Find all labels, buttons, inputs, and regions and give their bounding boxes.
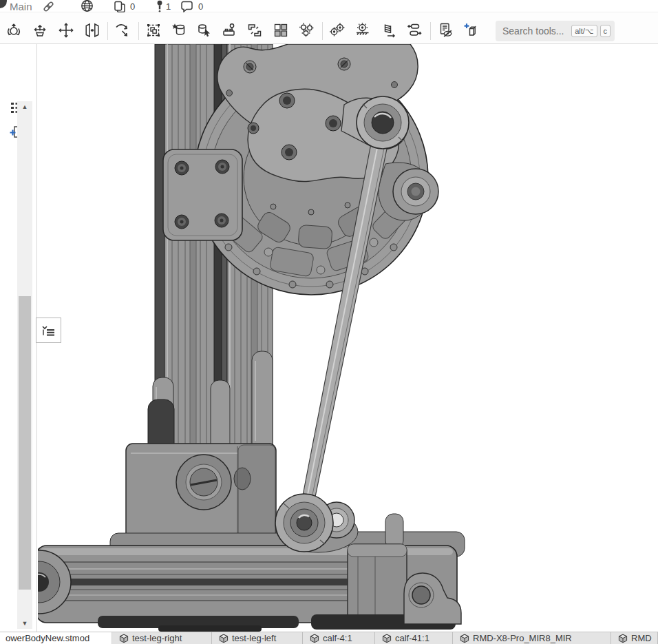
box-select-icon[interactable] <box>141 19 166 42</box>
select-instance-icon[interactable] <box>192 19 217 42</box>
link-icon[interactable] <box>43 0 54 12</box>
group-icon[interactable] <box>242 19 267 42</box>
rotate-instance-icon[interactable] <box>1 19 26 42</box>
document-tab-bar: owerBodyNew.stmod test-leg-right test-le… <box>0 632 658 644</box>
viewport-canvas[interactable] <box>38 44 658 632</box>
toolbar-divider <box>107 22 108 40</box>
instance-tree-flyout-button[interactable] <box>36 318 61 343</box>
versions-icon[interactable] <box>114 0 126 12</box>
hide-mate-features-icon[interactable] <box>434 19 458 42</box>
document-header: Main 0 1 0 <box>0 0 658 12</box>
translate-instance-icon[interactable] <box>28 19 52 42</box>
mate-icon[interactable] <box>217 19 242 42</box>
app-window: Main 0 1 0 <box>0 0 658 644</box>
shortcut-key-c: c <box>600 25 611 37</box>
part-cube-icon <box>310 634 319 643</box>
scroll-down-icon[interactable]: ▼ <box>17 618 32 629</box>
search-tools-box: alt/⌥ c <box>496 21 615 41</box>
part-cube-icon <box>460 634 469 643</box>
comments-count: 0 <box>198 0 203 12</box>
pin-count: 1 <box>166 0 171 12</box>
comments-icon[interactable] <box>180 0 193 12</box>
create-part-studio-in-context-icon[interactable] <box>459 19 484 42</box>
part-cube-icon <box>219 634 229 643</box>
search-tools-input[interactable] <box>502 25 569 37</box>
part-cube-icon <box>382 634 392 643</box>
idler-bearing[interactable] <box>379 163 438 220</box>
share-globe-icon[interactable] <box>81 0 94 12</box>
rack-and-pinion-relation-icon[interactable] <box>350 19 375 42</box>
insert-icon[interactable] <box>167 19 191 42</box>
replicate-icon[interactable] <box>295 19 319 42</box>
toolbar-divider <box>322 22 323 40</box>
tab-rmd-x8-pro[interactable]: RMD-X8-Pro_MIR8_MIR <box>453 632 611 644</box>
linear-pattern-icon[interactable] <box>268 19 293 42</box>
avatar[interactable] <box>0 0 7 8</box>
scroll-up-icon[interactable]: ▲ <box>17 101 32 112</box>
version-label: Main <box>10 0 32 12</box>
instance-tree-icon <box>41 324 56 337</box>
assembly-toolbar: alt/⌥ c <box>0 12 658 44</box>
drag-instance-icon[interactable] <box>54 19 78 42</box>
screw-relation-icon[interactable] <box>376 19 401 42</box>
toolbar-divider <box>430 22 431 40</box>
toolbar-divider <box>138 22 139 40</box>
crank-eye-bearing[interactable] <box>357 96 409 149</box>
tab-calf-4[interactable]: calf-4:1 <box>303 632 375 644</box>
gear-relation-icon[interactable] <box>325 19 350 42</box>
tab-test-leg-right[interactable]: test-leg-right <box>112 632 212 644</box>
tab-rmd-partial[interactable]: RMD <box>611 632 658 644</box>
instances-panel: ▲ ▼ <box>0 44 37 632</box>
tab-test-leg-left[interactable]: test-leg-left <box>212 632 303 644</box>
scrollbar-thumb[interactable] <box>19 296 31 590</box>
assembly-model[interactable] <box>38 44 658 632</box>
part-cube-icon <box>618 634 628 643</box>
pin-icon[interactable] <box>156 0 164 12</box>
linear-relation-icon[interactable] <box>403 19 427 42</box>
panel-scrollbar[interactable]: ▲ ▼ <box>17 101 32 629</box>
rod-end-bearing[interactable] <box>275 494 358 552</box>
tab-lowerbodynew[interactable]: owerBodyNew.stmod <box>0 632 112 644</box>
versions-count: 0 <box>130 0 135 12</box>
part-cube-icon <box>119 634 129 643</box>
tab-calf-41[interactable]: calf-41:1 <box>375 632 453 644</box>
mirror-instance-icon[interactable] <box>80 19 105 42</box>
snap-mode-icon[interactable] <box>109 19 134 42</box>
shortcut-key-alt: alt/⌥ <box>571 25 597 37</box>
mounting-plate[interactable] <box>163 149 242 240</box>
